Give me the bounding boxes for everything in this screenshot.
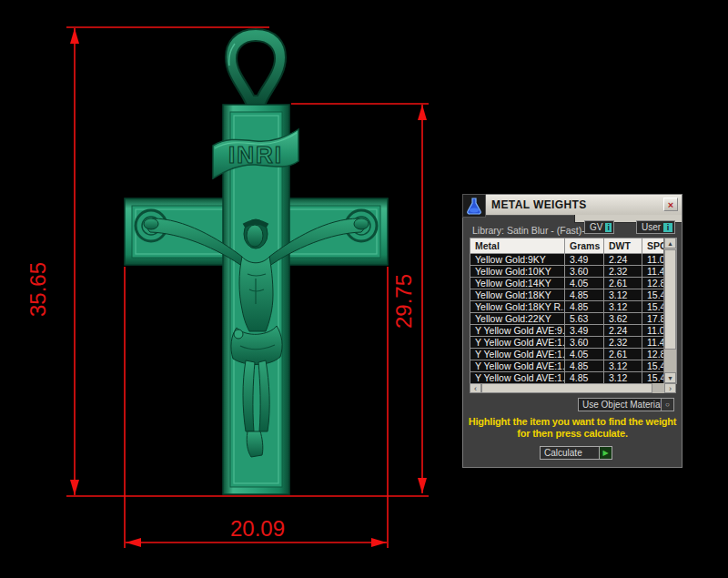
inri-label: INRI bbox=[228, 141, 283, 168]
calculate-button[interactable]: Calculate ▶ bbox=[540, 446, 612, 460]
metal-weights-table: MetalGramsDWTSPG Yellow Gold:9KY3.492.24… bbox=[470, 238, 676, 393]
column-header[interactable]: Grams bbox=[565, 238, 604, 254]
cell-grams[interactable]: 3.49 bbox=[565, 325, 604, 337]
table-header-row: MetalGramsDWTSPG bbox=[470, 238, 677, 254]
cell-dwt[interactable]: 3.62 bbox=[604, 313, 642, 325]
dimension-cross-height: 29.75 bbox=[291, 104, 429, 493]
cell-metal[interactable]: Yellow Gold:22KY bbox=[470, 313, 565, 325]
crucifix-model[interactable]: INRI bbox=[125, 29, 388, 494]
cell-grams[interactable]: 4.05 bbox=[565, 349, 604, 360]
column-header[interactable]: DWT bbox=[604, 238, 642, 254]
scroll-down-icon[interactable]: ▾ bbox=[664, 372, 676, 383]
cell-dwt[interactable]: 3.12 bbox=[604, 372, 642, 384]
table-row[interactable]: Y Yellow Gold AVE:1...4.853.1215.42 bbox=[470, 372, 677, 384]
user-button-label: User bbox=[642, 222, 661, 232]
cell-grams[interactable]: 4.85 bbox=[565, 289, 604, 301]
cell-metal[interactable]: Yellow Gold:18KY R... bbox=[470, 301, 565, 313]
cell-grams[interactable]: 4.85 bbox=[565, 301, 604, 313]
vertical-scrollbar[interactable]: ▴ ▾ bbox=[663, 238, 676, 383]
column-header[interactable]: Metal bbox=[470, 238, 565, 254]
table-row[interactable]: Yellow Gold:14KY4.052.6112.88 bbox=[470, 278, 677, 289]
calculate-button-label: Calculate bbox=[541, 448, 599, 458]
cell-metal[interactable]: Y Yellow Gold AVE:1... bbox=[470, 360, 565, 372]
metal-weights-dialog: METAL WEIGHTS × Library: Satin Blur - (F… bbox=[462, 194, 682, 468]
table-row[interactable]: Y Yellow Gold AVE:9...3.492.2411.08 bbox=[470, 325, 677, 337]
horizontal-scroll-thumb[interactable] bbox=[481, 383, 652, 393]
horizontal-scrollbar[interactable]: ‹ › bbox=[470, 383, 676, 393]
table-row[interactable]: Yellow Gold:10KY3.602.3211.45 bbox=[470, 266, 677, 278]
vertical-scroll-thumb[interactable] bbox=[664, 249, 676, 350]
dimension-label-total-height: 35.65 bbox=[25, 262, 50, 317]
dimension-label-cross-width: 20.09 bbox=[230, 516, 285, 541]
calculate-play-icon: ▶ bbox=[599, 447, 612, 459]
gv-button[interactable]: GV i bbox=[584, 220, 614, 234]
cell-dwt[interactable]: 2.24 bbox=[604, 325, 642, 337]
scroll-right-icon[interactable]: › bbox=[664, 383, 676, 393]
table-row[interactable]: Y Yellow Gold AVE:1...3.602.3211.45 bbox=[470, 337, 677, 349]
bail bbox=[226, 29, 286, 106]
flask-icon bbox=[462, 194, 486, 218]
materials-dropdown[interactable]: Use Object Materials ○ bbox=[578, 398, 674, 411]
info-icon[interactable]: i bbox=[663, 223, 672, 232]
table-row[interactable]: Yellow Gold:18KY R...4.853.1215.42 bbox=[470, 301, 677, 313]
cell-metal[interactable]: Y Yellow Gold AVE:1... bbox=[470, 349, 565, 360]
cell-metal[interactable]: Yellow Gold:10KY bbox=[470, 266, 565, 278]
cell-grams[interactable]: 3.60 bbox=[565, 266, 604, 278]
dialog-titlebar[interactable]: METAL WEIGHTS × bbox=[463, 195, 682, 216]
dimension-label-cross-height: 29.75 bbox=[391, 274, 416, 329]
cell-dwt[interactable]: 3.12 bbox=[604, 301, 642, 313]
materials-dropdown-value: Use Object Materials bbox=[579, 400, 661, 410]
instruction-text: Highlight the item you want to find the … bbox=[466, 416, 679, 440]
cell-grams[interactable]: 5.63 bbox=[565, 313, 604, 325]
cell-metal[interactable]: Y Yellow Gold AVE:1... bbox=[470, 337, 565, 349]
dropdown-circle-icon[interactable]: ○ bbox=[661, 399, 673, 411]
gv-button-label: GV bbox=[590, 222, 602, 232]
cell-dwt[interactable]: 2.24 bbox=[604, 254, 642, 266]
close-icon[interactable]: × bbox=[663, 198, 678, 211]
scroll-up-icon[interactable]: ▴ bbox=[664, 238, 676, 248]
cell-metal[interactable]: Y Yellow Gold AVE:9... bbox=[470, 325, 565, 337]
cell-dwt[interactable]: 3.12 bbox=[604, 360, 642, 372]
table-row[interactable]: Y Yellow Gold AVE:1...4.853.1215.42 bbox=[470, 360, 677, 372]
user-button[interactable]: User i bbox=[636, 220, 675, 234]
cell-metal[interactable]: Yellow Gold:18KY bbox=[470, 289, 565, 301]
cell-dwt[interactable]: 2.32 bbox=[604, 337, 642, 349]
table-row[interactable]: Yellow Gold:22KY5.633.6217.89 bbox=[470, 313, 677, 325]
cell-dwt[interactable]: 2.61 bbox=[604, 349, 642, 360]
cell-dwt[interactable]: 3.12 bbox=[604, 289, 642, 301]
cell-grams[interactable]: 3.60 bbox=[565, 337, 604, 349]
cell-grams[interactable]: 4.85 bbox=[565, 372, 604, 384]
cell-dwt[interactable]: 2.61 bbox=[604, 278, 642, 289]
info-icon[interactable]: i bbox=[605, 223, 612, 232]
scroll-left-icon[interactable]: ‹ bbox=[470, 383, 481, 393]
cell-metal[interactable]: Yellow Gold:9KY bbox=[470, 254, 565, 266]
cell-metal[interactable]: Yellow Gold:14KY bbox=[470, 278, 565, 289]
table-row[interactable]: Yellow Gold:9KY3.492.2411.08 bbox=[470, 254, 677, 266]
cell-grams[interactable]: 4.05 bbox=[565, 278, 604, 289]
table-row[interactable]: Y Yellow Gold AVE:1...4.052.6112.88 bbox=[470, 349, 677, 360]
cell-grams[interactable]: 3.49 bbox=[565, 254, 604, 266]
table-row[interactable]: Yellow Gold:18KY4.853.1215.42 bbox=[470, 289, 677, 301]
cell-dwt[interactable]: 2.32 bbox=[604, 266, 642, 278]
cell-grams[interactable]: 4.85 bbox=[565, 360, 604, 372]
dialog-title: METAL WEIGHTS bbox=[491, 198, 587, 211]
cell-metal[interactable]: Y Yellow Gold AVE:1... bbox=[470, 372, 565, 384]
